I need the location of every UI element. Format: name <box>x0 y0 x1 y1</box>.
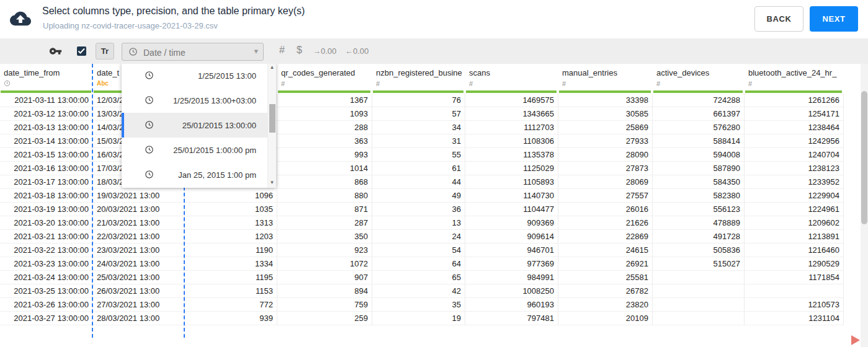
corner-marker-icon <box>851 335 860 345</box>
cell-bluetooth_active_24_hr_: 1171854 <box>745 271 844 284</box>
scroll-up-icon[interactable]: ▲ <box>268 64 276 70</box>
cell-bluetooth_active_24_hr_: 1238123 <box>745 162 844 175</box>
primary-key-button[interactable] <box>48 45 62 58</box>
cell-date_time_from: 2021-03-18 13:00:00 <box>0 189 93 203</box>
cell-scans: 1469575 <box>465 94 558 107</box>
table-row: 2021-03-22 13:00:0023/03/2021 13:0011909… <box>0 244 844 257</box>
cell-manual_entries: 25581 <box>558 271 653 284</box>
column-quality-bar <box>745 90 842 93</box>
cell-qr_codes_generated: 993 <box>277 148 372 162</box>
format-option-label: 25/01/2015 13:00:00 <box>182 121 256 130</box>
cell-date_t: 28/03/2021 13:00 <box>93 312 185 325</box>
number-type-indicator: # <box>656 80 660 87</box>
decrease-precision-button[interactable]: ←0.00 <box>345 46 369 56</box>
cell-scans: 909614 <box>465 230 558 244</box>
column-header-date_time_from[interactable]: date_time_from <box>0 64 93 94</box>
column-name: manual_entries <box>562 68 649 77</box>
cell-bluetooth_active_24_hr_: 1210573 <box>745 298 844 312</box>
date-format-select-value: Date / time <box>143 48 186 58</box>
cell-bluetooth_active_24_hr_: 1242956 <box>745 134 844 148</box>
cell-active_devices: 582380 <box>653 189 745 203</box>
cell-manual_entries: 25869 <box>558 121 653 134</box>
cell-manual_entries: 27557 <box>558 189 653 203</box>
cell-manual_entries: 33398 <box>558 94 653 107</box>
cell-nzbn_registered_busine: 49 <box>372 189 465 203</box>
cell-manual_entries: 20109 <box>558 312 653 325</box>
cell-active_devices: 594008 <box>653 148 745 162</box>
cell-qr_codes_generated: 363 <box>277 134 372 148</box>
column-header-scans[interactable]: scans# <box>465 64 558 94</box>
cell-qr_codes_generated: 1093 <box>277 107 372 121</box>
cell-scans: 1135378 <box>465 148 558 162</box>
cell-qr_codes_generated: 907 <box>277 271 372 284</box>
cell-nzbn_registered_busine: 13 <box>372 216 465 230</box>
cell-scans: 960193 <box>465 298 558 312</box>
cell-date_t: 26/03/2021 13:00 <box>93 284 185 298</box>
cell-bluetooth_active_24_hr_: 1213891 <box>745 230 844 244</box>
format-option-label: Jan 25, 2015 1:00 pm <box>178 170 256 180</box>
column-header-nzbn_registered_busine[interactable]: nzbn_registered_busine# <box>372 64 465 94</box>
table-row: 2021-03-23 13:00:0024/03/2021 13:0013341… <box>0 257 844 271</box>
cell-qr_codes_generated: 894 <box>277 284 372 298</box>
column-header-bluetooth_active_24_hr_[interactable]: bluetooth_active_24_hr_# <box>745 64 844 94</box>
format-option-3[interactable]: 25/01/2015 13:00:00 <box>122 113 267 138</box>
format-option-1[interactable]: 1/25/2015 13:00 <box>122 63 267 88</box>
cell-date_t: 19/03/2021 13:00 <box>93 189 185 203</box>
cell-scans: 909369 <box>465 216 558 230</box>
clock-icon <box>145 71 154 82</box>
number-type-button[interactable]: # <box>279 45 285 56</box>
cell-bluetooth_active_24_hr_: 1261266 <box>745 94 844 107</box>
cell-manual_entries: 30585 <box>558 107 653 121</box>
cell-bluetooth_active_24_hr_: 1229904 <box>745 189 844 203</box>
cell-scans: 1108306 <box>465 134 558 148</box>
table-row: 2021-03-25 13:00:0026/03/2021 13:0011538… <box>0 284 844 298</box>
table-row: 2021-03-20 13:00:0021/03/2021 13:0013132… <box>0 216 844 230</box>
upload-status-text: Uploading nz-covid-tracer-usage-2021-03-… <box>43 21 218 30</box>
cell-date_time_from: 2021-03-16 13:00:00 <box>0 162 93 175</box>
column-quality-bar <box>653 90 743 93</box>
cell-date_time_from: 2021-03-20 13:00:00 <box>0 216 93 230</box>
popup-scrollbar-thumb[interactable] <box>269 104 275 133</box>
cell-manual_entries: 27933 <box>558 134 653 148</box>
column-name: bluetooth_active_24_hr_ <box>748 68 840 77</box>
cell-bluetooth_active_24_hr_: 1231104 <box>745 312 844 325</box>
column-name: nzbn_registered_busine <box>376 68 462 77</box>
format-option-4[interactable]: 25/01/2015 1:00:00 pm <box>122 138 267 162</box>
scroll-down-icon[interactable]: ▼ <box>268 180 276 185</box>
format-option-2[interactable]: 1/25/2015 13:00+03:00 <box>122 88 267 113</box>
cell-date_time_from: 2021-03-14 13:00:00 <box>0 134 93 148</box>
cell-active_devices: 478889 <box>653 216 745 230</box>
cell-date_time_from: 2021-03-26 13:00:00 <box>0 298 93 312</box>
column-name: scans <box>469 68 555 77</box>
page-title: Select columns type, precision, and the … <box>42 6 305 17</box>
increase-precision-button[interactable]: →0.00 <box>313 46 336 56</box>
column-header-active_devices[interactable]: active_devices# <box>653 64 745 94</box>
cell-active_devices: 491728 <box>653 230 745 244</box>
cell-qr_codes_generated: 1014 <box>277 162 372 175</box>
column-header-manual_entries[interactable]: manual_entries# <box>558 64 653 94</box>
cell-bluetooth_active_24_hr_: 1238464 <box>745 121 844 134</box>
text-type-indicator: Abc <box>97 80 109 87</box>
cell-active_devices: 505836 <box>653 244 745 257</box>
cell-active_devices: 515027 <box>653 257 745 271</box>
vertical-scrollbar-thumb[interactable] <box>861 91 867 224</box>
cell-manual_entries: 26782 <box>558 284 653 298</box>
cell-scans: 1105893 <box>465 175 558 189</box>
column-header-qr_codes_generated[interactable]: qr_codes_generated# <box>277 64 372 94</box>
text-type-button[interactable]: Tr <box>96 43 114 59</box>
next-button[interactable]: NEXT <box>810 6 858 32</box>
cell-active_devices: 584350 <box>653 175 745 189</box>
back-button[interactable]: BACK <box>754 6 803 32</box>
cell-nzbn_registered_busine: 34 <box>372 121 465 134</box>
vertical-scrollbar[interactable] <box>861 64 868 347</box>
include-column-checkbox[interactable] <box>77 46 86 56</box>
cell-bluetooth_active_24_hr_: 1254171 <box>745 107 844 121</box>
date-format-select[interactable]: Date / time ▾ <box>122 43 264 61</box>
popup-scrollbar[interactable]: ▲ ▼ <box>267 62 276 188</box>
cell-date_time_from: 2021-03-17 13:00:00 <box>0 175 93 189</box>
cell-bluetooth_active_24_hr_: 1290529 <box>745 257 844 271</box>
cell-manual_entries: 27873 <box>558 162 653 175</box>
currency-type-button[interactable]: $ <box>297 45 302 56</box>
cloud-upload-icon <box>10 8 31 29</box>
format-option-5[interactable]: Jan 25, 2015 1:00 pm <box>122 162 267 187</box>
